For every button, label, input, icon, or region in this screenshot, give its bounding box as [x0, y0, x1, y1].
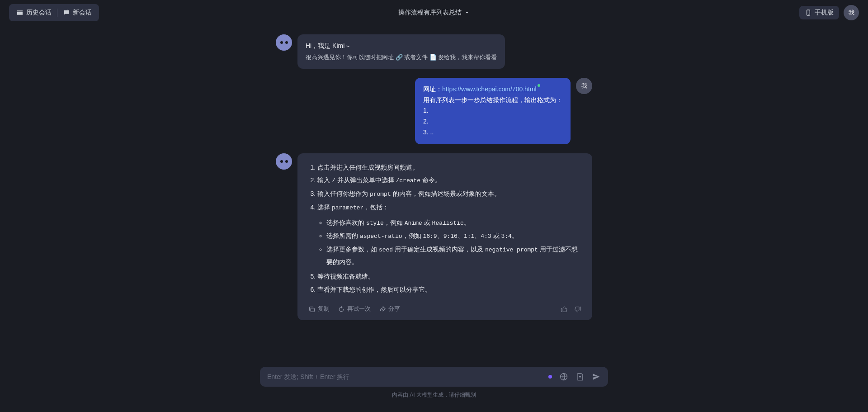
- input-area: 内容由 AI 大模型生成，请仔细甄别: [0, 367, 868, 412]
- list-item: 选择你喜欢的 style，例如 Anime 或 Realistic。: [326, 217, 581, 229]
- new-chat-button[interactable]: 新会话: [57, 6, 97, 19]
- list-item: 输入任何你想作为 prompt 的内容，例如描述场景或对象的文本。: [317, 188, 581, 200]
- title-dropdown[interactable]: 操作流程有序列表总结: [398, 9, 470, 17]
- message-input[interactable]: [267, 373, 542, 380]
- list-item: 点击并进入任何生成视频房间频道。: [317, 161, 581, 174]
- loading-indicator: [548, 375, 552, 379]
- response-ordered-list: 点击并进入任何生成视频房间频道。 输入 / 并从弹出菜单中选择 /create …: [308, 161, 581, 296]
- disclaimer-text: 内容由 AI 大模型生成，请仔细甄别: [392, 391, 476, 399]
- response-sub-list: 选择你喜欢的 style，例如 Anime 或 Realistic。 选择所需的…: [317, 217, 581, 268]
- chat-area: Hi，我是 Kimi～ 很高兴遇见你！你可以随时把网址 🔗 或者文件 📄 发给我…: [0, 25, 868, 367]
- top-bar: 历史会话 新会话 操作流程有序列表总结 手机版 我: [0, 0, 868, 25]
- history-label: 历史会话: [26, 9, 52, 17]
- top-left-group: 历史会话 新会话: [9, 4, 99, 21]
- thumbs-up-button[interactable]: [561, 306, 568, 313]
- history-button[interactable]: 历史会话: [11, 6, 57, 19]
- mobile-icon: [805, 9, 812, 16]
- top-right-group: 手机版 我: [799, 5, 859, 20]
- response-actions: 复制 再试一次 分享: [308, 303, 581, 315]
- list-item: 查看并下载您的创作，然后可以分享它。: [317, 284, 581, 296]
- chat-inner: Hi，我是 Kimi～ 很高兴遇见你！你可以随时把网址 🔗 或者文件 📄 发给我…: [276, 25, 592, 338]
- list-item: 输入 / 并从弹出菜单中选择 /create 命令。: [317, 174, 581, 187]
- input-icons: [548, 372, 601, 381]
- retry-button[interactable]: 再试一次: [338, 303, 371, 315]
- copy-button[interactable]: 复制: [308, 303, 330, 315]
- avatar-text: 我: [849, 9, 854, 17]
- response-bubble: 点击并进入任何生成视频房间频道。 输入 / 并从弹出菜单中选择 /create …: [297, 153, 592, 320]
- user-body-line4: 3. ..: [423, 127, 562, 138]
- file-upload-icon: [576, 372, 585, 381]
- new-chat-icon: [63, 9, 70, 16]
- assistant-greeting-row: Hi，我是 Kimi～ 很高兴遇见你！你可以随时把网址 🔗 或者文件 📄 发给我…: [276, 34, 592, 69]
- bot-avatar: [276, 153, 292, 170]
- user-url-link[interactable]: https://www.tchepai.com/700.html: [442, 85, 537, 93]
- list-item: 选择 parameter，包括： 选择你喜欢的 style，例如 Anime 或…: [317, 201, 581, 268]
- copy-icon: [308, 306, 316, 313]
- list-item: 选择所需的 aspect-ratio，例如 16:9、9:16、1:1、4:3 …: [326, 230, 581, 242]
- user-avatar-small: 我: [576, 78, 592, 94]
- feedback-group: [561, 306, 581, 313]
- globe-icon: [559, 372, 568, 381]
- user-message-row: 网址：https://www.tchepai.com/700.html 用有序列…: [276, 78, 592, 144]
- greeting-line1: Hi，我是 Kimi～: [306, 41, 497, 52]
- share-button[interactable]: 分享: [379, 303, 400, 315]
- svg-rect-2: [311, 308, 314, 312]
- link-status-dot: [538, 84, 540, 87]
- page-title: 操作流程有序列表总结: [398, 9, 462, 17]
- svg-point-1: [808, 14, 808, 14]
- user-body-line2: 1.: [423, 105, 562, 116]
- new-chat-label: 新会话: [73, 9, 92, 17]
- bot-eyes-icon: [280, 41, 288, 44]
- thumbs-up-icon: [561, 306, 568, 313]
- send-button[interactable]: [592, 372, 601, 381]
- list-item: 选择更多参数，如 seed 用于确定生成视频的内容，以及 negative pr…: [326, 243, 581, 268]
- thumbs-down-icon: [574, 306, 581, 313]
- share-icon: [379, 306, 386, 313]
- thumbs-down-button[interactable]: [574, 306, 581, 313]
- list-item: 等待视频准备就绪。: [317, 270, 581, 283]
- user-avatar[interactable]: 我: [844, 5, 859, 20]
- chevron-down-icon: [464, 10, 470, 15]
- greeting-line2: 很高兴遇见你！你可以随时把网址 🔗 或者文件 📄 发给我，我来帮你看看: [306, 52, 497, 62]
- input-box: [260, 367, 608, 387]
- send-icon: [592, 372, 601, 381]
- user-body-line3: 2.: [423, 116, 562, 127]
- history-icon: [16, 9, 24, 16]
- mobile-button[interactable]: 手机版: [799, 6, 839, 19]
- attach-file-button[interactable]: [576, 372, 585, 381]
- assistant-response-row: 点击并进入任何生成视频房间频道。 输入 / 并从弹出菜单中选择 /create …: [276, 153, 592, 320]
- user-body-line1: 用有序列表一步一步总结操作流程，输出格式为：: [423, 95, 562, 106]
- bot-avatar: [276, 34, 292, 51]
- web-search-button[interactable]: [559, 372, 568, 381]
- retry-icon: [338, 306, 345, 313]
- bot-eyes-icon: [280, 160, 288, 163]
- mobile-label: 手机版: [815, 9, 834, 17]
- user-url-line: 网址：https://www.tchepai.com/700.html: [423, 84, 562, 95]
- user-bubble: 网址：https://www.tchepai.com/700.html 用有序列…: [415, 78, 571, 144]
- greeting-bubble: Hi，我是 Kimi～ 很高兴遇见你！你可以随时把网址 🔗 或者文件 📄 发给我…: [297, 34, 505, 69]
